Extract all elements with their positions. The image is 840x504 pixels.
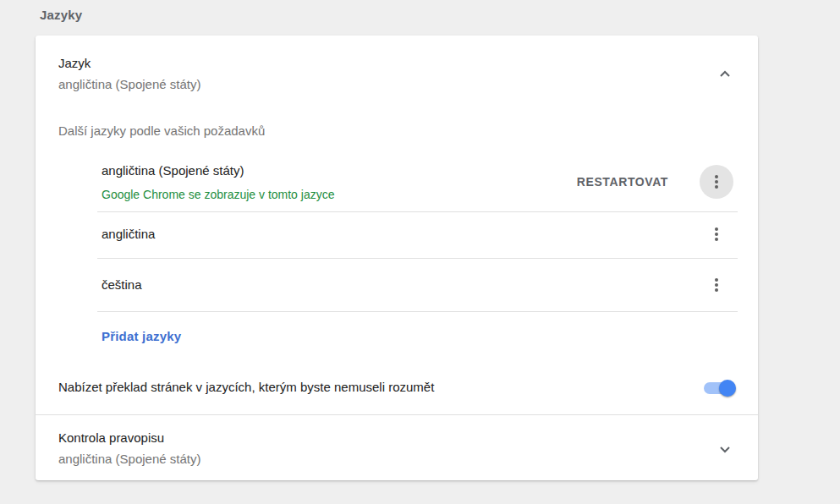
divider bbox=[97, 211, 738, 212]
language-name: čeština bbox=[102, 277, 142, 293]
divider bbox=[97, 258, 738, 259]
restart-button[interactable]: RESTARTOVAT bbox=[577, 173, 668, 190]
spellcheck-row[interactable]: Kontrola pravopisu angličtina (Spojené s… bbox=[58, 430, 200, 468]
more-vert-icon bbox=[715, 227, 718, 241]
page-title: Jazyky bbox=[40, 8, 82, 22]
toggle-knob bbox=[719, 380, 736, 397]
language-header-subtitle: angličtina (Spojené státy) bbox=[58, 74, 200, 95]
order-languages-label: Další jazyky podle vašich požadavků bbox=[58, 124, 265, 138]
add-languages-link[interactable]: Přidat jazyky bbox=[102, 328, 181, 345]
more-vert-icon bbox=[715, 175, 718, 189]
spellcheck-subtitle: angličtina (Spojené státy) bbox=[58, 451, 200, 468]
languages-card: Jazyk angličtina (Spojené státy) Další j… bbox=[36, 36, 758, 480]
language-header-title: Jazyk bbox=[58, 52, 200, 74]
offer-translate-toggle[interactable] bbox=[704, 380, 736, 397]
language-name: angličtina bbox=[102, 226, 155, 243]
more-actions-button[interactable] bbox=[700, 268, 733, 302]
spellcheck-title: Kontrola pravopisu bbox=[58, 430, 200, 446]
expand-section-button[interactable] bbox=[708, 432, 742, 466]
more-actions-button[interactable] bbox=[700, 165, 733, 199]
expand-less-icon bbox=[720, 67, 730, 79]
language-name: angličtina (Spojené státy) bbox=[102, 162, 244, 179]
section-divider bbox=[36, 414, 758, 415]
more-actions-button[interactable] bbox=[700, 217, 733, 251]
collapse-section-button[interactable] bbox=[708, 56, 742, 90]
more-vert-icon bbox=[715, 278, 718, 292]
offer-translate-label: Nabízet překlad stránek v jazycích, kter… bbox=[58, 379, 434, 396]
language-display-note: Google Chrome se zobrazuje v tomto jazyc… bbox=[102, 186, 334, 203]
divider bbox=[97, 311, 738, 312]
expand-more-icon bbox=[720, 443, 730, 456]
language-header-row[interactable]: Jazyk angličtina (Spojené státy) bbox=[58, 52, 200, 95]
